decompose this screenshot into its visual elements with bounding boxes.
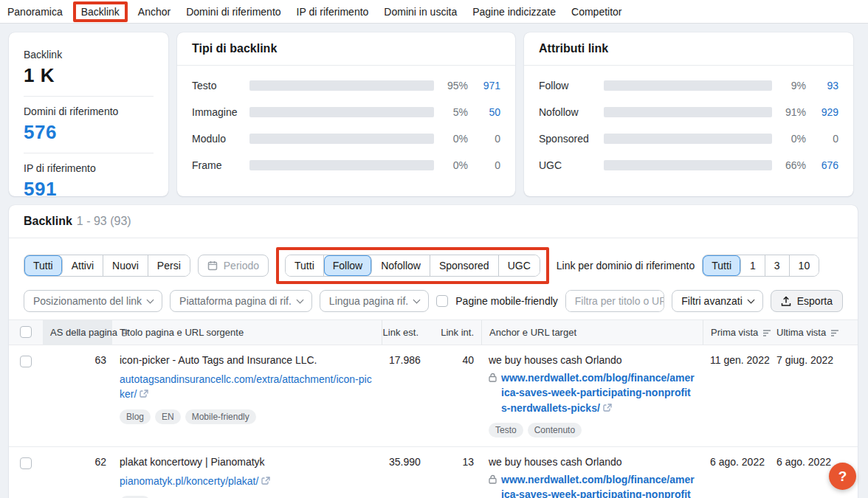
advanced-filters-dropdown[interactable]: Filtri avanzati: [672, 290, 762, 312]
bar-count-link[interactable]: 929: [806, 106, 838, 118]
bar-track: [249, 80, 434, 91]
first-seen-date: 6 ago. 2022: [703, 447, 769, 498]
external-link-icon: [140, 390, 148, 398]
column-header-source-label: Titolo pagina e URL sorgente: [120, 327, 244, 338]
ref-page-language-label: Lingua pagina rif.: [329, 295, 408, 307]
chevron-down-icon: [296, 296, 303, 303]
attr-filter-follow[interactable]: Follow: [324, 255, 372, 276]
sort-icon: [830, 329, 839, 336]
export-icon: [781, 296, 791, 307]
stat-backlink-label: Backlink: [24, 49, 154, 60]
anchor-cell: we buy houses cash Orlando www.nerdwalle…: [481, 447, 703, 498]
ref-page-platform-dropdown[interactable]: Piattaforma pagina di rif.: [170, 290, 312, 312]
stat-ip-label: IP di riferimento: [24, 162, 154, 174]
help-button[interactable]: ?: [829, 463, 856, 490]
bar-track: [249, 134, 434, 144]
bar-label: Sponsored: [539, 133, 604, 145]
column-header-int-links[interactable]: Link int.: [426, 320, 481, 345]
column-header-anchor-label: Anchor e URL target: [489, 327, 576, 338]
link-placement-label: Posizionamento del link: [33, 295, 142, 307]
bar-count: 0: [468, 159, 500, 171]
table-row: 63 icon-picker - Auto Tags and Insurance…: [9, 345, 858, 447]
attr-filter-tutti[interactable]: Tutti: [286, 255, 324, 276]
link-placement-dropdown[interactable]: Posizionamento del link: [24, 290, 162, 312]
attr-filter-ugc[interactable]: UGC: [499, 255, 540, 276]
help-button-label: ?: [838, 468, 847, 485]
status-filter-persi[interactable]: Persi: [148, 255, 190, 276]
column-header-as[interactable]: AS della pagina: [43, 320, 112, 345]
tab-pagine-indicizzate[interactable]: Pagine indicizzate: [472, 6, 556, 18]
tab-anchor[interactable]: Anchor: [138, 6, 170, 18]
title-url-filter-input[interactable]: [566, 291, 664, 311]
row-checkbox[interactable]: [20, 457, 32, 469]
stat-ip: IP di riferimento 591: [24, 153, 154, 210]
column-header-first-seen-label: Prima vista: [711, 327, 758, 338]
bar-row-modulo: Modulo 0% 0: [192, 131, 500, 147]
column-header-anchor[interactable]: Anchor e URL target: [481, 320, 703, 345]
ref-page-language-dropdown[interactable]: Lingua pagina rif.: [320, 290, 429, 312]
stat-domini: Domini di riferimento 576: [24, 96, 154, 153]
per-domain-tutti[interactable]: Tutti: [703, 255, 741, 276]
bar-percent: 66%: [772, 159, 806, 171]
stat-backlink-value: 1 K: [24, 64, 154, 87]
bar-count-link[interactable]: 50: [468, 106, 500, 118]
mobile-friendly-label: Pagine mobile-friendly: [455, 295, 558, 307]
summary-stats-card: Backlink 1 K Domini di riferimento 576 I…: [9, 32, 168, 196]
mobile-friendly-checkbox[interactable]: [436, 295, 448, 307]
stat-domini-value[interactable]: 576: [24, 121, 154, 144]
status-segmented-control: Tutti Attivi Nuovi Persi: [24, 255, 190, 277]
tab-panoramica[interactable]: Panoramica: [7, 6, 63, 18]
bar-label: Follow: [539, 80, 604, 91]
bar-row-ugc: UGC 66% 676: [539, 157, 838, 173]
bar-label: UGC: [539, 159, 604, 171]
table-header-row: AS della pagina Titolo pagina e URL sorg…: [9, 319, 858, 345]
tab-domini-di-riferimento[interactable]: Domini di riferimento: [186, 6, 280, 18]
target-url-link[interactable]: www.nerdwallet.com/blog/finance/america-…: [501, 474, 695, 498]
backlink-table-header: Backlink1 - 93 (93): [9, 205, 858, 238]
period-button[interactable]: Periodo: [198, 255, 269, 277]
target-url-link[interactable]: www.nerdwallet.com/blog/finance/america-…: [501, 372, 695, 414]
column-header-last-seen[interactable]: Ultima vista: [769, 320, 858, 345]
attr-filter-nofollow[interactable]: Nofollow: [372, 255, 430, 276]
bar-label: Immagine: [192, 106, 249, 118]
select-all-checkbox[interactable]: [20, 326, 32, 338]
bar-count-link[interactable]: 971: [468, 80, 500, 91]
per-domain-1[interactable]: 1: [741, 255, 765, 276]
bar-count-link[interactable]: 93: [806, 80, 838, 91]
anchor-text: we buy houses cash Orlando: [489, 456, 695, 468]
lock-icon: [489, 474, 497, 484]
column-header-first-seen[interactable]: Prima vista: [703, 320, 769, 345]
tab-ip-di-riferimento[interactable]: IP di riferimento: [297, 6, 369, 18]
period-button-label: Periodo: [224, 260, 259, 272]
per-domain-10[interactable]: 10: [790, 255, 819, 276]
tab-domini-in-uscita[interactable]: Domini in uscita: [384, 6, 457, 18]
source-url-link[interactable]: pianomatyk.pl/koncerty/plakat/: [120, 475, 258, 487]
bar-percent: 0%: [772, 133, 806, 145]
bar-count: 0: [468, 133, 500, 145]
chevron-down-icon: [413, 296, 421, 303]
source-url-link[interactable]: autotagsandinsurancellc.com/extra/attach…: [120, 373, 372, 400]
status-filter-tutti[interactable]: Tutti: [24, 255, 63, 276]
tab-backlink[interactable]: Backlink: [73, 1, 128, 22]
anchor-text: we buy houses cash Orlando: [489, 354, 695, 366]
attr-filter-sponsored[interactable]: Sponsored: [430, 255, 499, 276]
bar-count: 0: [806, 133, 838, 145]
page-as-score: 62: [43, 447, 112, 498]
select-all-cell: [9, 320, 43, 345]
tab-competitor[interactable]: Competitor: [571, 6, 621, 18]
bar-count-link[interactable]: 676: [806, 159, 838, 171]
per-domain-label: Link per dominio di riferimento: [557, 260, 695, 272]
row-select-cell: [9, 345, 43, 446]
status-filter-attivi[interactable]: Attivi: [63, 255, 103, 276]
bar-track: [604, 80, 772, 91]
source-page-title: icon-picker - Auto Tags and Insurance LL…: [120, 354, 374, 366]
per-domain-3[interactable]: 3: [765, 255, 790, 276]
status-filter-nuovi[interactable]: Nuovi: [103, 255, 148, 276]
advanced-filters-label: Filtri avanzati: [681, 295, 742, 307]
export-button[interactable]: Esporta: [771, 290, 843, 312]
column-header-source[interactable]: Titolo pagina e URL sorgente: [112, 320, 382, 345]
column-header-ext-links[interactable]: Link est.: [382, 320, 426, 345]
stat-ip-value[interactable]: 591: [24, 178, 154, 201]
row-checkbox[interactable]: [20, 356, 32, 367]
column-header-last-seen-label: Ultima vista: [776, 327, 826, 338]
